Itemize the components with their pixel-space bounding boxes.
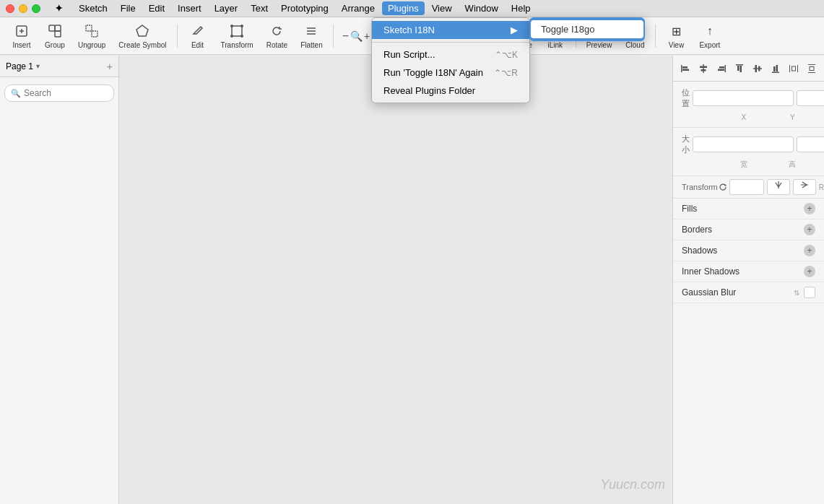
toolbar-sep-2 bbox=[333, 25, 334, 48]
shadows-add-button[interactable]: + bbox=[804, 245, 815, 256]
zoom-minus[interactable]: − bbox=[342, 30, 349, 43]
menu-bar: ✦ Sketch File Edit Insert Layer Text Pro… bbox=[0, 0, 824, 17]
align-bottom-btn[interactable] bbox=[768, 61, 784, 77]
align-center-h-btn[interactable] bbox=[695, 61, 711, 77]
ungroup-icon bbox=[83, 23, 100, 40]
menu-help[interactable]: Help bbox=[506, 1, 537, 15]
menu-insert[interactable]: Insert bbox=[172, 1, 207, 15]
svg-point-13 bbox=[240, 35, 243, 38]
rotate-button[interactable]: Rotate bbox=[261, 20, 293, 52]
menu-arrange[interactable]: Arrange bbox=[336, 1, 381, 15]
svg-rect-25 bbox=[740, 66, 742, 72]
align-right-btn[interactable] bbox=[714, 61, 729, 77]
canvas[interactable] bbox=[119, 56, 672, 504]
menu-text[interactable]: Text bbox=[245, 1, 274, 15]
position-label: 位置 bbox=[682, 87, 690, 109]
borders-label: Borders bbox=[682, 225, 712, 235]
align-top-btn[interactable] bbox=[732, 61, 747, 77]
svg-rect-20 bbox=[724, 65, 726, 72]
menu-app-name[interactable]: Sketch bbox=[73, 1, 113, 15]
menu-file[interactable]: File bbox=[115, 1, 142, 15]
svg-rect-14 bbox=[681, 65, 682, 72]
export-icon: ↑ bbox=[701, 23, 719, 40]
position-section: 位置 X Y bbox=[673, 82, 824, 128]
svg-rect-4 bbox=[55, 31, 61, 37]
svg-rect-35 bbox=[808, 64, 815, 65]
svg-rect-24 bbox=[737, 66, 740, 71]
edit-button[interactable]: Edit bbox=[182, 20, 214, 52]
borders-add-button[interactable]: + bbox=[804, 224, 815, 235]
search-bar: 🔍 bbox=[4, 84, 114, 102]
page-add-icon[interactable]: + bbox=[107, 61, 113, 72]
toolbar-sep-5 bbox=[655, 25, 656, 48]
size-label: 大小 bbox=[682, 134, 690, 155]
svg-rect-19 bbox=[701, 69, 706, 71]
align-center-v-btn[interactable] bbox=[750, 61, 766, 77]
svg-rect-27 bbox=[755, 65, 758, 72]
svg-marker-8 bbox=[136, 25, 148, 36]
x-sublabel: X bbox=[721, 113, 767, 121]
rotate-sublabel: Rotate bbox=[819, 183, 824, 191]
svg-rect-9 bbox=[232, 26, 242, 36]
reveal-plugins-item[interactable]: Reveal Plugins Folder bbox=[372, 82, 529, 100]
align-left-btn[interactable] bbox=[677, 61, 693, 77]
transform-label: Transform bbox=[682, 183, 718, 191]
transform-button[interactable]: Transform bbox=[215, 20, 259, 52]
distribute-v-btn[interactable] bbox=[804, 61, 820, 77]
flatten-button[interactable]: Flatten bbox=[295, 20, 329, 52]
insert-icon bbox=[13, 23, 30, 40]
rotate-input[interactable] bbox=[729, 179, 764, 195]
y-sublabel: Y bbox=[770, 113, 816, 121]
view-button[interactable]: ⊞ View bbox=[660, 20, 692, 52]
svg-rect-6 bbox=[86, 25, 92, 31]
run-toggle-item[interactable]: Run 'Toggle I18N' Again ⌃⌥R bbox=[372, 64, 529, 82]
width-input[interactable] bbox=[693, 136, 794, 152]
fills-section-header: Fills + bbox=[673, 199, 824, 220]
height-input[interactable] bbox=[797, 136, 824, 152]
sketch-i18n-item[interactable]: Sketch I18N ▶ bbox=[372, 21, 529, 39]
x-input[interactable] bbox=[693, 90, 794, 106]
menu-layer[interactable]: Layer bbox=[209, 1, 244, 15]
menu-bar-items: ✦ Sketch File Edit Insert Layer Text Pro… bbox=[49, 1, 537, 15]
inner-shadows-add-button[interactable]: + bbox=[804, 266, 815, 277]
traffic-lights bbox=[6, 4, 40, 13]
fills-add-button[interactable]: + bbox=[804, 203, 815, 214]
transform-icon bbox=[228, 23, 246, 40]
group-button[interactable]: Group bbox=[39, 20, 71, 52]
insert-button[interactable]: Insert bbox=[6, 20, 38, 52]
run-script-item[interactable]: Run Script... ⌃⌥K bbox=[372, 45, 529, 64]
ungroup-button[interactable]: Ungroup bbox=[72, 20, 111, 52]
dropdown-separator bbox=[372, 42, 529, 43]
svg-rect-30 bbox=[773, 66, 776, 71]
submenu-arrow-icon: ▶ bbox=[511, 25, 518, 35]
close-button[interactable] bbox=[6, 4, 14, 13]
menu-window[interactable]: Window bbox=[459, 1, 504, 15]
edit-icon bbox=[189, 23, 207, 40]
page-name[interactable]: Page 1 bbox=[6, 61, 33, 71]
menu-view[interactable]: View bbox=[426, 1, 458, 15]
zoom-plus[interactable]: + bbox=[364, 30, 370, 42]
svg-rect-18 bbox=[700, 66, 707, 68]
width-sublabel: 宽 bbox=[721, 160, 767, 170]
page-chevron[interactable]: ▾ bbox=[36, 62, 40, 70]
menu-edit[interactable]: Edit bbox=[143, 1, 170, 15]
flip-h-button[interactable] bbox=[767, 179, 790, 195]
export-button[interactable]: ↑ Export bbox=[693, 20, 726, 52]
create-symbol-button[interactable]: Create Symbol bbox=[113, 20, 172, 52]
app-logo[interactable]: ✦ bbox=[49, 1, 69, 15]
toolbar-sep-1 bbox=[177, 25, 178, 48]
alignment-controls bbox=[673, 56, 824, 82]
menu-prototyping[interactable]: Prototyping bbox=[275, 1, 334, 15]
maximize-button[interactable] bbox=[32, 4, 40, 13]
minimize-button[interactable] bbox=[19, 4, 27, 13]
gaussian-blur-checkbox[interactable] bbox=[804, 287, 815, 298]
distribute-h-btn[interactable] bbox=[786, 61, 802, 77]
search-input[interactable] bbox=[24, 88, 108, 98]
toggle-i18n-item[interactable]: Toggle I18go bbox=[531, 20, 643, 38]
y-input[interactable] bbox=[797, 90, 824, 106]
svg-rect-3 bbox=[49, 25, 55, 31]
menu-plugins[interactable]: Plugins bbox=[382, 1, 425, 15]
flip-v-button[interactable] bbox=[793, 179, 816, 195]
svg-rect-17 bbox=[703, 64, 704, 73]
shadows-section-header: Shadows + bbox=[673, 240, 824, 261]
